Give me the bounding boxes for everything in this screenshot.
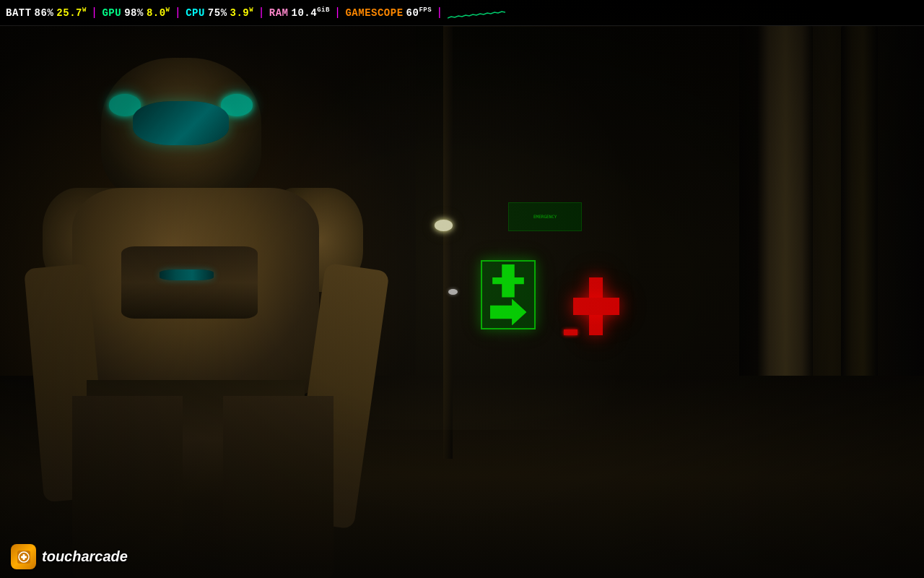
sep-2: | xyxy=(175,7,182,20)
sep-4: | xyxy=(334,7,341,20)
suit-torso xyxy=(72,188,320,396)
svg-rect-3 xyxy=(21,556,27,558)
gpu-percent: 98% xyxy=(124,7,144,19)
hud-gamescope-segment: GAMESCOPE 60FPS xyxy=(345,7,432,19)
ram-label: RAM xyxy=(269,7,289,19)
gamescope-label: GAMESCOPE xyxy=(345,7,403,19)
corridor-walls xyxy=(443,25,739,459)
toucharcade-text: toucharcade xyxy=(42,548,128,565)
chest-glow xyxy=(160,269,214,280)
sep-5: | xyxy=(436,7,443,20)
game-scene: EMERGENCY xyxy=(0,0,924,578)
chest-plate xyxy=(121,246,257,319)
character-isaac xyxy=(19,58,407,578)
hud-batt-segment: BATT 86% 25.7W xyxy=(6,7,87,19)
corridor-left-wall xyxy=(443,25,452,459)
game-container: EMERGENCY BATT 86% 25.7W | xyxy=(0,0,924,578)
toucharcade-icon xyxy=(11,544,36,569)
batt-percent: 86% xyxy=(35,7,54,19)
fps-graph xyxy=(448,7,505,20)
hud-cpu-segment: CPU 75% 3.9W xyxy=(186,7,253,19)
emergency-sign: EMERGENCY xyxy=(508,202,582,231)
exit-arrow-icon xyxy=(490,299,527,326)
red-hazard-cross xyxy=(573,277,619,335)
hud-bar: BATT 86% 25.7W | GPU 98% 8.0W | CPU 75% … xyxy=(0,0,924,26)
batt-label: BATT xyxy=(6,7,32,19)
light-dot xyxy=(448,289,458,295)
toucharcade-logo: toucharcade xyxy=(11,544,128,569)
helmet-visor xyxy=(133,101,229,144)
red-cross-icon xyxy=(573,277,619,335)
batt-watts: 25.7W xyxy=(56,7,87,19)
sep-3: | xyxy=(258,7,265,20)
leg-right xyxy=(223,396,334,578)
character-body xyxy=(57,58,348,578)
helmet xyxy=(101,58,261,204)
fps-value: 60FPS xyxy=(406,7,432,19)
gpu-label: GPU xyxy=(102,7,121,19)
exit-person-icon xyxy=(492,264,524,298)
red-indicator-light xyxy=(564,329,578,335)
hud-ram-segment: RAM 10.4GiB xyxy=(269,7,330,19)
emergency-sign-text: EMERGENCY xyxy=(533,214,557,219)
light-spot xyxy=(435,220,453,231)
sep-1: | xyxy=(91,7,98,20)
ram-value: 10.4GiB xyxy=(292,7,330,19)
hud-gpu-segment: GPU 98% 8.0W xyxy=(102,7,170,19)
exit-sign xyxy=(481,260,536,329)
cpu-label: CPU xyxy=(186,7,205,19)
cpu-watts: 3.9W xyxy=(230,7,254,19)
cpu-percent: 75% xyxy=(208,7,227,19)
gpu-watts: 8.0W xyxy=(147,7,170,19)
